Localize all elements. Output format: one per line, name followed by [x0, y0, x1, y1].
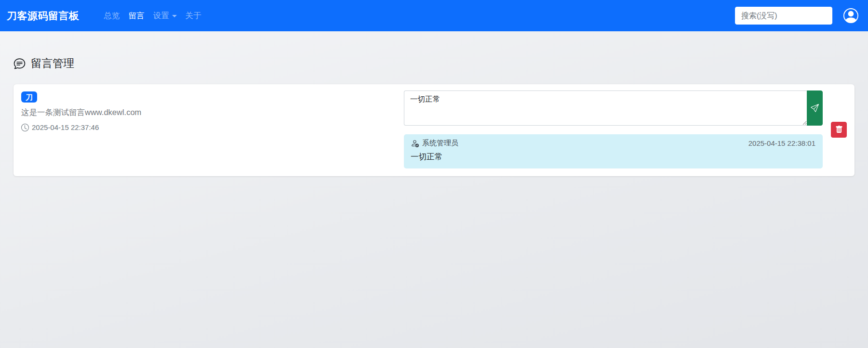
page-title-text: 留言管理 — [31, 56, 74, 71]
reply-input-group: 一切正常 — [404, 90, 823, 126]
author-badge: 刀 — [21, 91, 37, 103]
reply-timestamp: 2025-04-15 22:38:01 — [748, 139, 815, 147]
nav-item-messages[interactable]: 留言 — [124, 8, 149, 24]
search-input[interactable] — [735, 7, 832, 25]
message-timestamp: 2025-04-15 22:37:46 — [21, 123, 404, 131]
send-icon — [811, 104, 819, 112]
person-circle-icon — [843, 8, 858, 23]
nav-item-overview-label: 总览 — [104, 11, 120, 21]
reply-textarea[interactable]: 一切正常 — [404, 90, 807, 126]
clock-icon — [21, 124, 29, 131]
nav-item-messages-label: 留言 — [129, 11, 145, 21]
reply-author: 系统管理员 — [411, 139, 458, 148]
admin-reply-bubble: 系统管理员 2025-04-15 22:38:01 一切正常 — [404, 134, 823, 168]
send-reply-button[interactable] — [807, 90, 823, 126]
delete-message-button[interactable] — [831, 122, 847, 138]
nav-item-about[interactable]: 关于 — [181, 8, 206, 24]
user-avatar-button[interactable] — [843, 8, 858, 23]
chevron-down-icon — [172, 15, 177, 17]
message-info: 刀 这是一条测试留言www.dkewl.com 2025-04-15 22:37… — [21, 90, 404, 168]
reply-content: 一切正常 — [411, 152, 815, 162]
nav-item-settings-label: 设置 — [153, 11, 169, 21]
message-card: 刀 这是一条测试留言www.dkewl.com 2025-04-15 22:37… — [13, 84, 855, 176]
message-timestamp-text: 2025-04-15 22:37:46 — [32, 123, 99, 131]
trash-icon — [835, 126, 843, 133]
reply-author-name: 系统管理员 — [422, 139, 458, 148]
main-content: 留言管理 刀 这是一条测试留言www.dkewl.com 2025-04-15 … — [0, 56, 868, 176]
top-navbar: 刀客源码留言板 总览 留言 设置 关于 — [0, 0, 868, 31]
nav-item-settings-dropdown[interactable]: 设置 — [149, 8, 181, 24]
person-check-icon — [411, 139, 419, 147]
reply-header: 系统管理员 2025-04-15 22:38:01 — [411, 139, 815, 148]
main-nav: 总览 留言 设置 关于 — [100, 8, 206, 24]
nav-item-about-label: 关于 — [186, 11, 201, 21]
message-content: 这是一条测试留言www.dkewl.com — [21, 107, 404, 118]
chat-bubble-icon — [13, 57, 26, 69]
reply-stack: 一切正常 — [404, 90, 823, 168]
brand-title[interactable]: 刀客源码留言板 — [7, 9, 80, 23]
nav-item-overview[interactable]: 总览 — [100, 8, 124, 24]
reply-area: 一切正常 — [404, 90, 847, 168]
page-title: 留言管理 — [13, 56, 855, 71]
